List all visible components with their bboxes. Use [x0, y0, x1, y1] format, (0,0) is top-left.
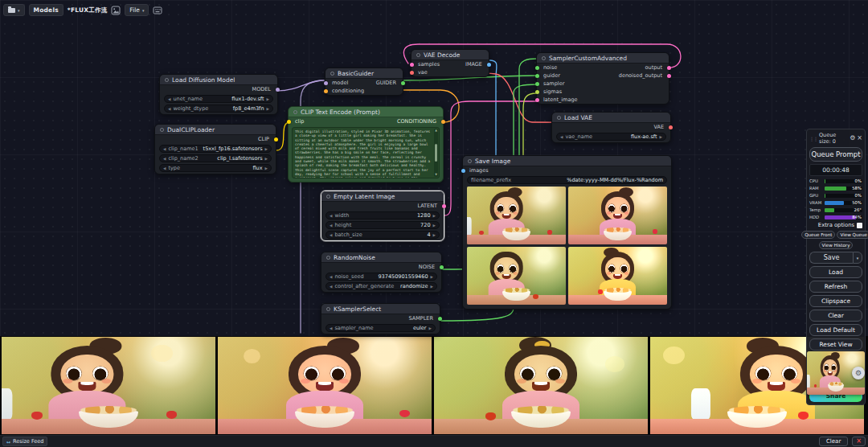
arrow-right-icon[interactable]: ▶ [265, 166, 268, 170]
node-header[interactable]: CLIP Text Encode (Prompt) [289, 107, 443, 117]
node-header[interactable]: KSamplerSelect [321, 304, 440, 314]
textarea-scrollbar[interactable]: ▲ ▼ [434, 129, 438, 177]
output-clip[interactable]: CLIP [155, 135, 276, 143]
widget-clip-name1[interactable]: ◀ clip_name1 t5xxl_fp16.safetensors ▶ [159, 145, 272, 153]
arrow-right-icon[interactable]: ▶ [267, 107, 269, 111]
image-port-dot[interactable] [487, 63, 491, 67]
generated-image[interactable] [467, 187, 566, 244]
denoised-output-port-dot[interactable] [667, 74, 671, 78]
generated-image[interactable] [568, 247, 667, 305]
arrow-left-icon[interactable]: ◀ [330, 326, 332, 330]
arrow-left-icon[interactable]: ◀ [330, 233, 332, 237]
workflow-tab[interactable]: *FLUX工作流 [68, 6, 108, 14]
row-vae[interactable]: vae [411, 68, 489, 76]
latent-image-port-dot[interactable] [535, 98, 539, 102]
view-queue-button[interactable]: View Queue [837, 231, 868, 239]
arrow-right-icon[interactable]: ▶ [431, 275, 433, 279]
collapse-dot-icon[interactable] [557, 116, 561, 120]
save-dropdown-button[interactable]: ▾ [853, 252, 862, 264]
arrow-left-icon[interactable]: ◀ [168, 97, 170, 101]
arrow-left-icon[interactable]: ◀ [560, 135, 563, 139]
widget-filename-prefix[interactable]: filename_prefix %date:yyyy-MM-dd%/Flux-%… [467, 176, 667, 184]
arrow-right-icon[interactable]: ▶ [265, 147, 268, 151]
widget-height[interactable]: ◀ height 720 ▶ [326, 221, 440, 229]
arrow-left-icon[interactable]: ◀ [330, 275, 332, 279]
node-header[interactable]: Load VAE [552, 113, 670, 123]
save-button[interactable]: Save [809, 252, 853, 264]
output-sampler[interactable]: SAMPLER [321, 314, 440, 322]
widget-vae-name[interactable]: ◀ vae_name flux-ae.sft ▶ [556, 133, 666, 141]
node-load-vae[interactable]: Load VAE VAE ◀ vae_name flux-ae.sft ▶ [551, 112, 671, 143]
row-samples-image[interactable]: samples IMAGE [411, 60, 489, 68]
node-header[interactable]: SamplerCustomAdvanced [537, 53, 669, 64]
reset-view-button[interactable]: Reset View [809, 338, 862, 351]
generated-image[interactable] [568, 187, 667, 244]
images-port-dot[interactable] [461, 169, 465, 173]
output-noise[interactable]: NOISE [321, 263, 441, 271]
load-button[interactable]: Load [809, 266, 862, 278]
feed-settings-button[interactable]: ⚙ [852, 367, 865, 379]
models-button[interactable]: Models [29, 4, 63, 16]
generated-image[interactable] [434, 337, 648, 434]
model-port-dot[interactable] [324, 81, 328, 85]
row-sampler[interactable]: sampler [537, 80, 669, 88]
guider-port-dot[interactable] [535, 74, 539, 78]
close-icon[interactable]: × [857, 135, 862, 141]
image-icon[interactable] [111, 6, 121, 15]
collapse-dot-icon[interactable] [542, 56, 546, 60]
node-clip-text-encode[interactable]: CLIP Text Encode (Prompt) clip CONDITION… [288, 106, 444, 182]
model-port-dot[interactable] [276, 88, 280, 92]
arrow-left-icon[interactable]: ◀ [330, 285, 332, 289]
widget-clip-name2[interactable]: ◀ clip_name2 clip_l.safetensors ▶ [159, 154, 272, 162]
arrow-right-icon[interactable]: ▶ [429, 326, 432, 330]
refresh-button[interactable]: Refresh [809, 281, 862, 293]
conditioning-port-dot[interactable] [324, 89, 328, 93]
arrow-right-icon[interactable]: ▶ [267, 97, 269, 101]
clip-port-dot[interactable] [274, 137, 278, 141]
keyboard-icon[interactable] [153, 6, 162, 15]
row-latent-image[interactable]: latent_image [537, 96, 669, 104]
arrow-left-icon[interactable]: ◀ [330, 214, 332, 218]
generated-image[interactable] [467, 247, 566, 305]
generated-image[interactable] [2, 337, 215, 434]
sigmas-port-dot[interactable] [535, 90, 539, 94]
output-latent[interactable]: LATENT [321, 202, 444, 210]
generated-image[interactable] [218, 337, 432, 434]
arrow-right-icon[interactable]: ▶ [265, 157, 268, 161]
arrow-right-icon[interactable]: ▶ [660, 135, 662, 139]
node-header[interactable]: DualCLIPLoader [155, 125, 276, 135]
noise-port-dot[interactable] [440, 265, 444, 269]
scroll-up-icon[interactable]: ▲ [435, 129, 437, 133]
prompt-textarea[interactable]: This digital illustration, styled in Pix… [292, 127, 440, 178]
output-port-dot[interactable] [667, 66, 671, 70]
node-header[interactable]: VAE Decode [411, 50, 489, 60]
arrow-left-icon[interactable]: ◀ [163, 157, 166, 161]
arrow-right-icon[interactable]: ▶ [431, 285, 433, 289]
load-default-button[interactable]: Load Default [809, 324, 862, 336]
row-guider-denoised[interactable]: guider denoised_output [537, 72, 669, 80]
node-basicguider[interactable]: BasicGuider model GUIDER conditioning [325, 68, 403, 96]
arrow-left-icon[interactable]: ◀ [168, 107, 170, 111]
widget-noise-seed[interactable]: ◀ noise_seed 937450901559460 ▶ [326, 273, 437, 281]
queue-front-button[interactable]: Queue Front [801, 231, 835, 239]
extra-options-checkbox[interactable] [857, 223, 862, 228]
vae-port-dot[interactable] [669, 125, 673, 129]
scroll-down-icon[interactable]: ▼ [435, 174, 437, 177]
collapse-dot-icon[interactable] [330, 72, 334, 76]
arrow-right-icon[interactable]: ▶ [433, 214, 436, 218]
node-header[interactable]: RandomNoise [321, 252, 441, 263]
widget-control-after-generate[interactable]: ◀ control_after_generate randomize ▶ [326, 282, 437, 290]
widget-width[interactable]: ◀ width 1280 ▶ [326, 211, 440, 219]
arrow-left-icon[interactable]: ◀ [163, 147, 166, 151]
row-sigmas[interactable]: sigmas [537, 88, 669, 96]
queue-prompt-button[interactable]: Queue Prompt [809, 147, 862, 162]
widget-unet-name[interactable]: ◀ unet_name flux1-dev.sft ▶ [164, 95, 273, 103]
collapse-dot-icon[interactable] [416, 53, 420, 57]
arrow-right-icon[interactable]: ▶ [433, 233, 436, 237]
vae-port-dot[interactable] [410, 71, 414, 75]
node-ksamplerselect[interactable]: KSamplerSelect SAMPLER ◀ sampler_name eu… [321, 303, 440, 334]
gear-icon[interactable]: ⚙ [850, 135, 855, 141]
drag-handle-icon[interactable]: ⋮⋮ [809, 136, 817, 141]
output-model[interactable]: MODEL [160, 85, 277, 93]
widget-type[interactable]: ◀ type flux ▶ [159, 164, 272, 172]
